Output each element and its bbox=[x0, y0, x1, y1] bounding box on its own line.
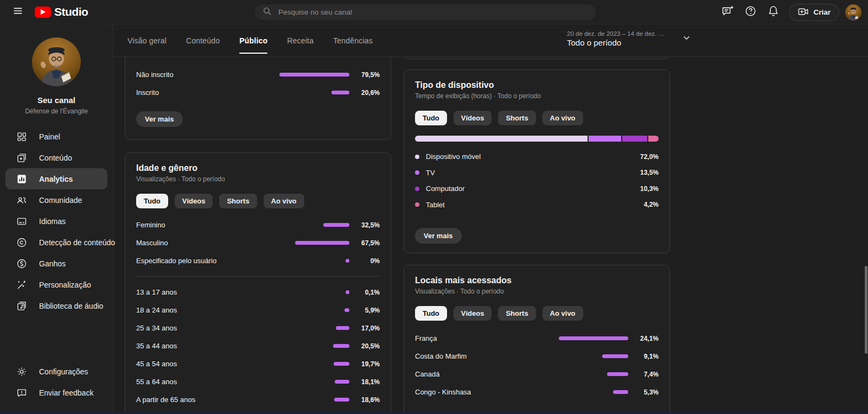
chip-videos[interactable]: Vídeos bbox=[454, 111, 492, 125]
stat-row-nao-inscrito: Não inscrito79,5% bbox=[136, 66, 380, 84]
customization-icon bbox=[16, 279, 27, 290]
device-legend: Dispositivo móvel72,0%TV13,5%Computador1… bbox=[415, 149, 659, 213]
stat-dot bbox=[346, 259, 349, 263]
studio-logo[interactable]: Studio bbox=[35, 5, 88, 18]
see-more-button[interactable]: Ver mais bbox=[415, 228, 462, 244]
date-range-picker[interactable]: 20 de dez. de 2023 – 14 de dez. … Todo o… bbox=[567, 30, 692, 47]
device-stacked-bar bbox=[415, 136, 659, 142]
subscription-status-card: Não inscrito79,5%Inscrito20,6% Ver mais bbox=[125, 52, 391, 140]
search-bar[interactable] bbox=[255, 4, 596, 20]
stat-row-55-a-64-anos: 55 a 64 anos18,1% bbox=[136, 373, 380, 391]
channel-portrait bbox=[32, 37, 81, 86]
stat-row-45-a-54-anos: 45 a 54 anos19,7% bbox=[136, 355, 380, 373]
stat-bar bbox=[334, 362, 349, 366]
chip-tudo[interactable]: Tudo bbox=[415, 306, 447, 321]
dashboard-icon bbox=[16, 131, 27, 142]
stat-row-18-a-24-anos: 18 a 24 anos5,9% bbox=[136, 301, 380, 319]
see-more-button[interactable]: Ver mais bbox=[136, 111, 183, 127]
chip-shorts[interactable]: Shorts bbox=[498, 306, 535, 321]
search-input[interactable] bbox=[278, 8, 589, 16]
youtube-studio-analytics-page: Studio Criar bbox=[0, 0, 868, 414]
sidebar-footer: ConfiguraçõesEnviar feedback bbox=[0, 361, 113, 403]
location-rows: França24,1%Costa do Marfim9,1%Canadá7,4%… bbox=[415, 329, 659, 401]
subtitles-icon bbox=[16, 216, 27, 227]
help-button[interactable] bbox=[741, 3, 760, 22]
tab-publico[interactable]: Público bbox=[239, 24, 267, 56]
tab-receita[interactable]: Receita bbox=[287, 24, 314, 56]
sidebar-item-painel[interactable]: Painel bbox=[0, 126, 113, 147]
age-gender-card: Idade e gênero Visualizações · Todo o pe… bbox=[125, 152, 391, 414]
chip-tudo[interactable]: Tudo bbox=[136, 194, 168, 208]
divider bbox=[136, 276, 380, 277]
account-avatar[interactable] bbox=[845, 4, 861, 21]
stat-bar bbox=[335, 380, 349, 384]
legend-dot bbox=[415, 155, 419, 159]
sidebar-item-biblioteca-de-audio[interactable]: Biblioteca de áudio bbox=[0, 295, 113, 316]
stat-bar bbox=[295, 241, 349, 245]
chip-ao-vivo[interactable]: Ao vivo bbox=[264, 194, 304, 208]
sidebar-item-comunidade[interactable]: Comunidade bbox=[0, 189, 113, 211]
stat-row-inscrito: Inscrito20,6% bbox=[136, 84, 380, 101]
stat-dot bbox=[346, 290, 349, 294]
tab-tendencias[interactable]: Tendências bbox=[333, 24, 373, 56]
sidebar-item-enviar-feedback[interactable]: Enviar feedback bbox=[0, 382, 113, 403]
tab-conteudo[interactable]: Conteúdo bbox=[186, 24, 220, 56]
analytics-icon bbox=[16, 174, 27, 184]
vertical-scrollbar[interactable] bbox=[865, 266, 867, 354]
tabs-row: Visão geralConteúdoPúblicoReceitaTendênc… bbox=[127, 24, 373, 56]
earnings-icon bbox=[16, 258, 27, 269]
chevron-down-icon bbox=[681, 32, 692, 46]
legend-row-tablet: Tablet4,2% bbox=[415, 197, 659, 213]
feedback-message-button[interactable] bbox=[718, 3, 737, 22]
chip-shorts[interactable]: Shorts bbox=[219, 194, 257, 208]
tab-visao-geral[interactable]: Visão geral bbox=[127, 24, 167, 56]
stat-bar bbox=[613, 390, 628, 394]
analytics-tabbar: Visão geralConteúdoPúblicoReceitaTendênc… bbox=[113, 24, 868, 57]
chip-ao-vivo[interactable]: Ao vivo bbox=[542, 306, 583, 321]
sidebar-item-analytics[interactable]: Analytics bbox=[5, 168, 107, 189]
filter-chips: TudoVídeosShortsAo vivo bbox=[415, 111, 659, 125]
chip-videos[interactable]: Vídeos bbox=[175, 194, 213, 208]
sidebar-menu: PainelConteúdoAnalyticsComunidadeIdiomas… bbox=[0, 126, 113, 316]
stat-row-25-a-34-anos: 25 a 34 anos17,0% bbox=[136, 319, 380, 337]
filter-chips: TudoVídeosShortsAo vivo bbox=[415, 306, 659, 321]
legend-dot bbox=[415, 187, 419, 191]
sidebar-item-personalizacao[interactable]: Personalização bbox=[0, 274, 113, 295]
gender-rows: Feminino32,5%Masculino67,5%Especificado … bbox=[136, 216, 380, 270]
create-video-icon bbox=[797, 6, 809, 19]
sidebar-item-conteudo[interactable]: Conteúdo bbox=[0, 147, 113, 168]
sidebar-item-configuracoes[interactable]: Configurações bbox=[0, 361, 113, 382]
hamburger-icon bbox=[12, 5, 24, 19]
card-title: Idade e gênero bbox=[136, 163, 380, 174]
stat-row-franca: França24,1% bbox=[415, 329, 659, 347]
age-rows: 13 a 17 anos0,1%18 a 24 anos5,9%25 a 34 … bbox=[136, 283, 380, 409]
left-column: Não inscrito79,5%Inscrito20,6% Ver mais … bbox=[125, 24, 391, 414]
stat-row-feminino: Feminino32,5% bbox=[136, 216, 380, 234]
stat-bar bbox=[559, 336, 628, 340]
period-label: Todo o período bbox=[567, 38, 665, 47]
legend-row-dispositivo-movel: Dispositivo móvel72,0% bbox=[415, 149, 659, 165]
chip-ao-vivo[interactable]: Ao vivo bbox=[542, 111, 583, 125]
menu-button[interactable] bbox=[8, 2, 28, 22]
sidebar-item-ganhos[interactable]: Ganhos bbox=[0, 253, 113, 274]
create-button[interactable]: Criar bbox=[789, 4, 839, 21]
subscription-rows: Não inscrito79,5%Inscrito20,6% bbox=[136, 66, 380, 101]
chip-videos[interactable]: Vídeos bbox=[454, 306, 492, 321]
stat-row-especificado-pelo-usuario: Especificado pelo usuário0% bbox=[136, 252, 380, 270]
sidebar-item-deteccao-de-conteudo[interactable]: Detecção de conteúdo bbox=[0, 232, 113, 253]
channel-avatar[interactable] bbox=[32, 37, 81, 86]
stat-bar bbox=[334, 398, 349, 402]
sidebar-item-idiomas[interactable]: Idiomas bbox=[0, 211, 113, 232]
legend-dot bbox=[415, 202, 419, 207]
card-subtitle: Visualizações · Todo o período bbox=[136, 175, 380, 183]
chip-tudo[interactable]: Tudo bbox=[415, 111, 447, 125]
topbar-actions: Criar bbox=[718, 0, 861, 24]
stat-row-35-a-44-anos: 35 a 44 anos20,5% bbox=[136, 337, 380, 355]
chip-shorts[interactable]: Shorts bbox=[498, 111, 535, 125]
notifications-button[interactable] bbox=[763, 3, 783, 22]
legend-row-computador: Computador10,3% bbox=[415, 181, 659, 197]
segment-tablet bbox=[648, 136, 659, 142]
stat-row-13-a-17-anos: 13 a 17 anos0,1% bbox=[136, 283, 380, 301]
message-plus-icon bbox=[722, 5, 734, 20]
stat-row-congo-kinshasa: Congo - Kinshasa5,3% bbox=[415, 383, 659, 401]
